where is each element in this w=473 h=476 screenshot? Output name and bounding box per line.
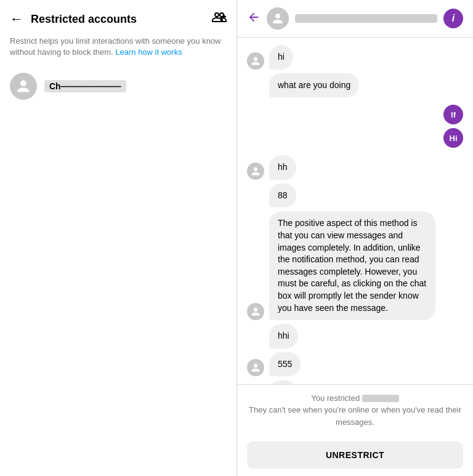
chat-header: i xyxy=(237,0,473,38)
message-bubble: hh xyxy=(269,155,296,180)
message-bubble: The positive aspect of this method is th… xyxy=(269,211,435,320)
account-name: Ch——————— xyxy=(44,80,126,92)
right-panel: i hi what are you doing lf Hi xyxy=(237,0,473,476)
sender-avatar xyxy=(247,163,264,180)
message-bubble: hhi xyxy=(269,324,298,349)
page-title: Restricted accounts xyxy=(31,13,204,26)
restrict-notice-text: You restricted xyxy=(311,393,360,403)
message-row-mine: Hi xyxy=(247,128,463,148)
restrict-subtitle: Restrict helps you limit interactions wi… xyxy=(10,36,227,58)
left-panel: ← Restricted accounts Restrict helps you… xyxy=(0,0,237,476)
chat-messages: hi what are you doing lf Hi hh 88 xyxy=(237,38,473,384)
message-row: what are you doing xyxy=(247,73,463,98)
sender-avatar xyxy=(247,303,264,320)
learn-link[interactable]: Learn how it works xyxy=(115,47,182,57)
message-row: hhi xyxy=(247,324,463,349)
my-avatar-bubble: Hi xyxy=(443,128,463,148)
add-user-button[interactable] xyxy=(212,10,227,28)
info-button[interactable]: i xyxy=(443,9,463,28)
account-avatar xyxy=(10,73,37,100)
restricted-account-item[interactable]: Ch——————— xyxy=(10,68,227,105)
chat-header-avatar xyxy=(267,7,289,30)
my-avatar-bubble: lf xyxy=(443,105,463,124)
message-bubble: what are you doing xyxy=(269,73,359,98)
sender-avatar xyxy=(247,359,264,376)
message-row: hi xyxy=(247,45,463,70)
unrestrict-button[interactable]: UNRESTRICT xyxy=(247,442,463,469)
message-row: hh xyxy=(247,155,463,180)
left-header: ← Restricted accounts xyxy=(10,10,227,28)
restrict-notice: You restricted They can't see when you'r… xyxy=(237,384,473,436)
sender-avatar xyxy=(247,52,264,70)
back-icon[interactable]: ← xyxy=(10,11,23,27)
message-row: 88 xyxy=(247,184,463,208)
chat-back-button[interactable] xyxy=(247,10,261,27)
message-bubble: 555 xyxy=(269,352,301,377)
message-bubble: hi xyxy=(269,45,293,70)
message-row: 555 xyxy=(247,352,463,377)
chat-header-username xyxy=(295,14,437,23)
message-bubble: 88 xyxy=(269,184,296,208)
message-row-mine: lf xyxy=(247,105,463,124)
restrict-sub-text: They can't see when you're online or whe… xyxy=(247,404,463,428)
message-row: The positive aspect of this method is th… xyxy=(247,211,463,320)
restricted-username-placeholder xyxy=(362,395,399,402)
